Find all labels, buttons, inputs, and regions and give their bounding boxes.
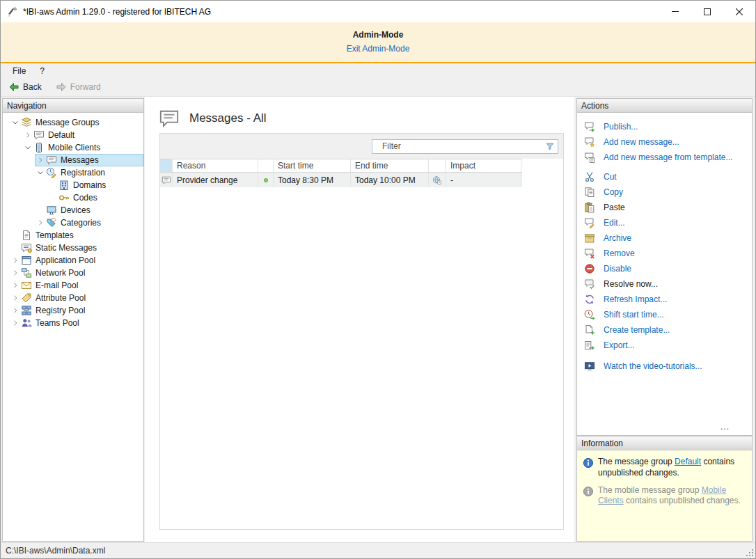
action-cut[interactable]: Cut xyxy=(584,169,752,184)
chevron-right-icon[interactable] xyxy=(35,217,46,228)
tree-item-static-messages[interactable]: Static Messages xyxy=(3,242,143,254)
close-button[interactable] xyxy=(723,1,755,22)
action-archive[interactable]: Archive xyxy=(584,230,752,246)
tree-item-label: Application Pool xyxy=(36,255,95,265)
action-add-new-message-from-template[interactable]: Add new message from template... xyxy=(584,150,752,165)
column-header-impact-icon[interactable] xyxy=(429,159,446,172)
tree-item-registration[interactable]: Registration xyxy=(3,166,143,179)
chevron-right-icon[interactable] xyxy=(35,155,46,166)
chevron-right-icon[interactable] xyxy=(10,305,21,316)
action-resolve-now[interactable]: Resolve now... xyxy=(584,276,752,292)
info-item-default-unpublished: The message group Default contains unpub… xyxy=(583,457,746,479)
menu-help[interactable]: ? xyxy=(33,65,52,77)
chevron-right-icon[interactable] xyxy=(10,292,21,304)
back-button[interactable]: Back xyxy=(5,79,48,95)
tree-item-label: Message Groups xyxy=(36,118,99,127)
tree-item-registry-pool[interactable]: Registry Pool xyxy=(3,304,143,317)
codes-icon xyxy=(58,192,70,203)
exit-admin-mode-link[interactable]: Exit Admin-Mode xyxy=(347,44,410,54)
chevron-right-icon[interactable] xyxy=(10,317,21,329)
chevron-right-icon[interactable] xyxy=(22,129,33,141)
minimize-button[interactable] xyxy=(659,1,691,22)
tree-item-network-pool[interactable]: Network Pool xyxy=(3,267,143,279)
add-message-icon xyxy=(584,136,595,148)
maximize-button[interactable] xyxy=(691,1,723,22)
tree-item-label: Teams Pool xyxy=(36,318,79,328)
action-export[interactable]: Export... xyxy=(584,338,752,353)
info-link-default[interactable]: Default xyxy=(675,457,701,466)
add-from-template-icon xyxy=(584,152,595,163)
devices-icon xyxy=(46,205,57,216)
tree-item-codes[interactable]: Codes xyxy=(3,191,143,204)
messages-list-container: Reason Start time End time Impact Provid… xyxy=(159,133,564,530)
admin-mode-banner: Admin-Mode Exit Admin-Mode xyxy=(1,22,755,63)
forward-label: Forward xyxy=(70,82,101,92)
tree-item-label: Templates xyxy=(36,230,74,240)
tree-item-attribute-pool[interactable]: Attribute Pool xyxy=(3,292,143,304)
chevron-right-icon[interactable] xyxy=(10,255,21,266)
action-remove[interactable]: Remove xyxy=(584,246,752,261)
action-edit[interactable]: Edit... xyxy=(584,215,752,230)
title-bar: *IBI-aws Admin 1.29.0 - registered for I… xyxy=(1,1,755,22)
table-row[interactable]: Provider change Today 8:30 PM Today 10:0… xyxy=(160,173,522,187)
action-publish[interactable]: Publish... xyxy=(584,119,752,134)
registry-pool-icon xyxy=(21,305,32,316)
tree-item-devices[interactable]: Devices xyxy=(3,204,143,216)
column-header-end-time[interactable]: End time xyxy=(351,159,429,172)
cell-impact: - xyxy=(446,173,521,187)
column-header-status[interactable] xyxy=(258,159,274,172)
action-copy[interactable]: Copy xyxy=(584,184,752,200)
info-icon xyxy=(583,457,594,469)
column-header-impact[interactable]: Impact xyxy=(446,159,521,172)
column-header-select[interactable] xyxy=(160,159,173,172)
forward-button[interactable]: Forward xyxy=(52,79,107,95)
tree-item-message-groups[interactable]: Message Groups xyxy=(3,116,143,129)
tree-item-domains[interactable]: Domains xyxy=(3,179,143,191)
filter-icon[interactable] xyxy=(545,141,555,151)
filter-input[interactable] xyxy=(372,139,558,154)
info-gray-icon xyxy=(583,486,594,497)
tree-item-categories[interactable]: Categories xyxy=(3,216,143,229)
chevron-down-icon[interactable] xyxy=(22,142,33,153)
actions-panel: Actions Publish... Add new message... Ad… xyxy=(576,98,753,436)
tree-item-label: Network Pool xyxy=(36,268,85,278)
app-window: *IBI-aws Admin 1.29.0 - registered for I… xyxy=(0,0,756,559)
chevron-down-icon[interactable] xyxy=(35,167,46,178)
column-header-start-time[interactable]: Start time xyxy=(274,159,351,172)
resize-grip[interactable] xyxy=(746,549,755,558)
actions-overflow-button[interactable]: ... xyxy=(720,422,730,432)
tree-item-mobile-clients[interactable]: Mobile Clients xyxy=(3,141,143,154)
page-header: Messages - All xyxy=(159,108,574,129)
admin-mode-title: Admin-Mode xyxy=(1,30,755,40)
chevron-down-icon[interactable] xyxy=(10,117,21,128)
chevron-right-icon[interactable] xyxy=(10,280,21,291)
status-active-icon xyxy=(262,176,270,184)
video-icon xyxy=(584,361,595,372)
tree-item-label: Static Messages xyxy=(36,243,97,253)
action-refresh-impact[interactable]: Refresh Impact... xyxy=(584,292,752,307)
tree-item-label: E-mail Pool xyxy=(36,281,78,290)
action-shift-start-time[interactable]: Shift start time... xyxy=(584,307,752,322)
column-header-reason[interactable]: Reason xyxy=(173,159,258,172)
tree-item-email-pool[interactable]: E-mail Pool xyxy=(3,279,143,292)
messages-table: Reason Start time End time Impact Provid… xyxy=(160,159,522,187)
tree-item-teams-pool[interactable]: Teams Pool xyxy=(3,317,143,329)
window-controls xyxy=(659,1,755,22)
chevron-right-icon[interactable] xyxy=(10,267,21,278)
tree-item-messages[interactable]: Messages xyxy=(3,154,143,166)
action-disable[interactable]: Disable xyxy=(584,261,752,276)
tree-item-default[interactable]: Default xyxy=(3,129,143,141)
maximize-icon xyxy=(704,8,711,15)
action-watch-video-tutorials[interactable]: Watch the video-tutorials... xyxy=(584,359,752,374)
static-messages-icon xyxy=(21,242,32,253)
menu-file[interactable]: File xyxy=(6,65,33,77)
tree-item-application-pool[interactable]: Application Pool xyxy=(3,254,143,267)
action-create-template[interactable]: Create template... xyxy=(584,322,752,338)
action-add-new-message[interactable]: Add new message... xyxy=(584,134,752,150)
navigation-panel: Navigation Message Groups Default Mobile… xyxy=(2,98,144,542)
action-paste[interactable]: Paste xyxy=(584,200,752,215)
actions-list: Publish... Add new message... Add new me… xyxy=(577,113,752,374)
tree-item-label: Domains xyxy=(73,180,106,190)
tree-item-templates[interactable]: Templates xyxy=(3,229,143,242)
tree-item-label: Codes xyxy=(73,193,97,203)
